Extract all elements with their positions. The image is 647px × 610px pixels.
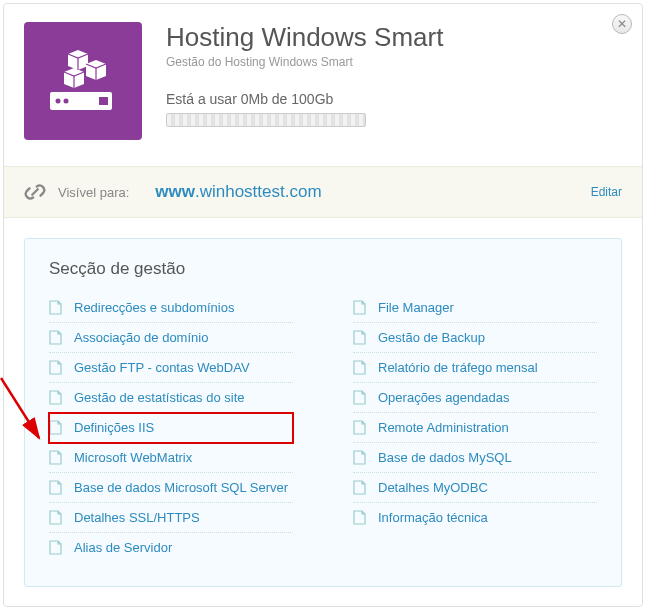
hosting-panel: ✕ — [3, 3, 643, 607]
file-icon — [353, 390, 366, 405]
link-ftp[interactable]: Gestão FTP - contas WebDAV — [74, 360, 250, 375]
mgmt-item-domain-assoc: Associação de domínio — [49, 323, 293, 353]
file-icon — [353, 360, 366, 375]
link-myodbc[interactable]: Detalhes MyODBC — [378, 480, 488, 495]
link-domain-assoc[interactable]: Associação de domínio — [74, 330, 208, 345]
link-iis[interactable]: Definições IIS — [74, 420, 154, 435]
management-col-left: Redirecções e subdomínios Associação de … — [49, 293, 293, 562]
file-icon — [49, 480, 62, 495]
product-icon — [24, 22, 142, 140]
file-icon — [49, 390, 62, 405]
link-ssl[interactable]: Detalhes SSL/HTTPS — [74, 510, 200, 525]
domain-www: www — [155, 182, 195, 201]
link-scheduled[interactable]: Operações agendadas — [378, 390, 510, 405]
server-boxes-icon — [44, 42, 122, 120]
mgmt-item-filemgr: File Manager — [353, 293, 597, 323]
file-icon — [353, 420, 366, 435]
usage-text: Está a usar 0Mb de 100Gb — [166, 91, 443, 107]
mgmt-item-redirections: Redirecções e subdomínios — [49, 293, 293, 323]
header-text-block: Hosting Windows Smart Gestão do Hosting … — [166, 22, 443, 140]
link-sqlserver[interactable]: Base de dados Microsoft SQL Server — [74, 480, 288, 495]
mgmt-item-mysql: Base de dados MySQL — [353, 443, 597, 473]
file-icon — [49, 300, 62, 315]
mgmt-item-scheduled: Operações agendadas — [353, 383, 597, 413]
link-techinfo[interactable]: Informação técnica — [378, 510, 488, 525]
management-title: Secção de gestão — [49, 259, 597, 279]
mgmt-item-techinfo: Informação técnica — [353, 503, 597, 532]
file-icon — [49, 330, 62, 345]
svg-point-1 — [56, 99, 61, 104]
link-filemgr[interactable]: File Manager — [378, 300, 454, 315]
link-webmatrix[interactable]: Microsoft WebMatrix — [74, 450, 192, 465]
usage-progress-bar — [166, 113, 366, 127]
link-redirections[interactable]: Redirecções e subdomínios — [74, 300, 234, 315]
visibility-label: Visível para: — [58, 185, 129, 200]
link-mysql[interactable]: Base de dados MySQL — [378, 450, 512, 465]
visibility-bar: Visível para: www.winhosttest.com Editar — [4, 166, 642, 218]
mgmt-item-ftp: Gestão FTP - contas WebDAV — [49, 353, 293, 383]
mgmt-item-sqlserver: Base de dados Microsoft SQL Server — [49, 473, 293, 503]
link-backup[interactable]: Gestão de Backup — [378, 330, 485, 345]
file-icon — [49, 540, 62, 555]
mgmt-item-stats: Gestão de estatísticas do site — [49, 383, 293, 413]
file-icon — [49, 450, 62, 465]
management-section: Secção de gestão Redirecções e subdomíni… — [24, 238, 622, 587]
svg-rect-3 — [99, 97, 108, 105]
mgmt-item-webmatrix: Microsoft WebMatrix — [49, 443, 293, 473]
link-stats[interactable]: Gestão de estatísticas do site — [74, 390, 245, 405]
link-alias[interactable]: Alias de Servidor — [74, 540, 172, 555]
close-button[interactable]: ✕ — [612, 14, 632, 34]
management-col-right: File Manager Gestão de Backup Relatório … — [353, 293, 597, 562]
file-icon — [353, 480, 366, 495]
link-traffic[interactable]: Relatório de tráfego mensal — [378, 360, 538, 375]
file-icon — [353, 300, 366, 315]
edit-link[interactable]: Editar — [591, 185, 622, 199]
mgmt-item-backup: Gestão de Backup — [353, 323, 597, 353]
file-icon — [353, 510, 366, 525]
mgmt-item-remote: Remote Administration — [353, 413, 597, 443]
mgmt-item-traffic: Relatório de tráfego mensal — [353, 353, 597, 383]
file-icon — [353, 450, 366, 465]
management-columns: Redirecções e subdomínios Associação de … — [49, 293, 597, 562]
close-icon: ✕ — [617, 17, 627, 31]
visible-domain[interactable]: www.winhosttest.com — [155, 182, 321, 202]
svg-point-2 — [64, 99, 69, 104]
panel-header: Hosting Windows Smart Gestão do Hosting … — [4, 4, 642, 166]
file-icon — [353, 330, 366, 345]
page-subtitle: Gestão do Hosting Windows Smart — [166, 55, 443, 69]
mgmt-item-iis: Definições IIS — [49, 413, 293, 443]
file-icon — [49, 510, 62, 525]
link-remote[interactable]: Remote Administration — [378, 420, 509, 435]
mgmt-item-alias: Alias de Servidor — [49, 533, 293, 562]
mgmt-item-myodbc: Detalhes MyODBC — [353, 473, 597, 503]
file-icon — [49, 360, 62, 375]
file-icon — [49, 420, 62, 435]
link-icon — [24, 181, 46, 203]
page-title: Hosting Windows Smart — [166, 22, 443, 53]
domain-name: .winhosttest.com — [195, 182, 322, 201]
mgmt-item-ssl: Detalhes SSL/HTTPS — [49, 503, 293, 533]
